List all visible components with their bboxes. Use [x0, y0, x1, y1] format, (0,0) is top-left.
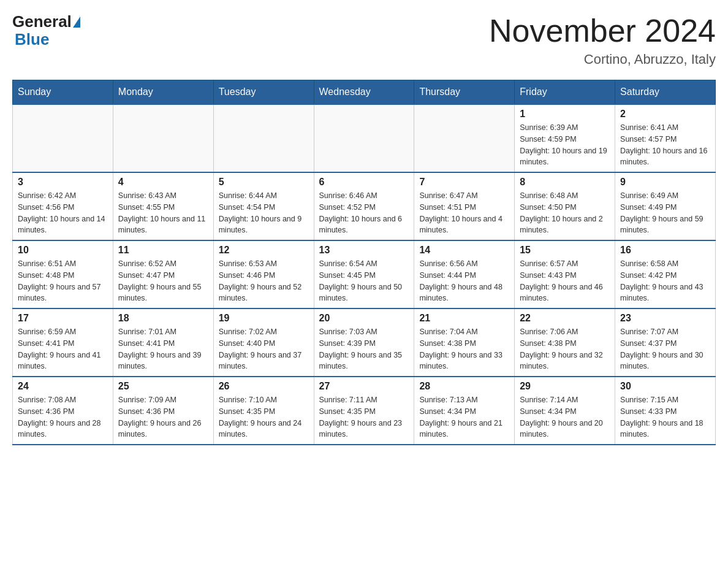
calendar-cell: 30Sunrise: 7:15 AMSunset: 4:33 PMDayligh… — [615, 377, 716, 445]
calendar-cell — [113, 104, 213, 172]
day-info: Sunrise: 7:03 AMSunset: 4:39 PMDaylight:… — [319, 326, 409, 372]
day-info: Sunrise: 7:15 AMSunset: 4:33 PMDaylight:… — [620, 394, 710, 440]
day-number: 8 — [520, 177, 610, 188]
page-header: General Blue November 2024 Cortino, Abru… — [12, 12, 716, 67]
logo-general-text: General — [12, 12, 72, 31]
calendar-cell: 1Sunrise: 6:39 AMSunset: 4:59 PMDaylight… — [515, 104, 615, 172]
calendar-cell: 20Sunrise: 7:03 AMSunset: 4:39 PMDayligh… — [314, 308, 414, 377]
day-number: 11 — [118, 245, 208, 256]
logo-triangle-icon — [73, 17, 80, 28]
day-number: 17 — [18, 313, 108, 324]
day-number: 26 — [219, 381, 309, 392]
day-number: 28 — [419, 381, 509, 392]
day-info: Sunrise: 6:47 AMSunset: 4:51 PMDaylight:… — [419, 190, 509, 236]
calendar-cell: 18Sunrise: 7:01 AMSunset: 4:41 PMDayligh… — [113, 308, 213, 377]
calendar-cell: 19Sunrise: 7:02 AMSunset: 4:40 PMDayligh… — [213, 308, 314, 377]
calendar-cell — [213, 104, 314, 172]
calendar-cell: 22Sunrise: 7:06 AMSunset: 4:38 PMDayligh… — [515, 308, 615, 377]
calendar-cell — [13, 104, 113, 172]
calendar-week-row: 1Sunrise: 6:39 AMSunset: 4:59 PMDaylight… — [13, 104, 716, 172]
title-section: November 2024 Cortino, Abruzzo, Italy — [489, 12, 716, 67]
calendar-week-row: 3Sunrise: 6:42 AMSunset: 4:56 PMDaylight… — [13, 172, 716, 240]
day-number: 21 — [419, 313, 509, 324]
day-info: Sunrise: 6:58 AMSunset: 4:42 PMDaylight:… — [620, 258, 710, 304]
day-info: Sunrise: 7:06 AMSunset: 4:38 PMDaylight:… — [520, 326, 610, 372]
weekday-header-sunday: Sunday — [13, 80, 113, 105]
calendar-cell: 10Sunrise: 6:51 AMSunset: 4:48 PMDayligh… — [13, 240, 113, 308]
calendar-cell: 27Sunrise: 7:11 AMSunset: 4:35 PMDayligh… — [314, 377, 414, 445]
day-info: Sunrise: 7:10 AMSunset: 4:35 PMDaylight:… — [219, 394, 309, 440]
day-info: Sunrise: 7:08 AMSunset: 4:36 PMDaylight:… — [18, 394, 108, 440]
day-number: 5 — [219, 177, 309, 188]
calendar-cell: 21Sunrise: 7:04 AMSunset: 4:38 PMDayligh… — [414, 308, 515, 377]
calendar-cell: 17Sunrise: 6:59 AMSunset: 4:41 PMDayligh… — [13, 308, 113, 377]
location-text: Cortino, Abruzzo, Italy — [489, 52, 716, 67]
calendar-cell: 28Sunrise: 7:13 AMSunset: 4:34 PMDayligh… — [414, 377, 515, 445]
day-number: 16 — [620, 245, 710, 256]
calendar-cell — [314, 104, 414, 172]
day-number: 12 — [219, 245, 309, 256]
day-number: 3 — [18, 177, 108, 188]
logo: General Blue — [12, 12, 80, 49]
weekday-header-wednesday: Wednesday — [314, 80, 414, 105]
day-info: Sunrise: 6:44 AMSunset: 4:54 PMDaylight:… — [219, 190, 309, 236]
day-number: 24 — [18, 381, 108, 392]
weekday-header-friday: Friday — [515, 80, 615, 105]
day-number: 29 — [520, 381, 610, 392]
day-info: Sunrise: 7:01 AMSunset: 4:41 PMDaylight:… — [118, 326, 208, 372]
day-info: Sunrise: 6:57 AMSunset: 4:43 PMDaylight:… — [520, 258, 610, 304]
day-info: Sunrise: 7:13 AMSunset: 4:34 PMDaylight:… — [419, 394, 509, 440]
day-number: 6 — [319, 177, 409, 188]
calendar-cell: 16Sunrise: 6:58 AMSunset: 4:42 PMDayligh… — [615, 240, 716, 308]
day-number: 7 — [419, 177, 509, 188]
weekday-header-row: SundayMondayTuesdayWednesdayThursdayFrid… — [13, 80, 716, 105]
day-info: Sunrise: 6:51 AMSunset: 4:48 PMDaylight:… — [18, 258, 108, 304]
day-info: Sunrise: 7:02 AMSunset: 4:40 PMDaylight:… — [219, 326, 309, 372]
day-number: 19 — [219, 313, 309, 324]
day-info: Sunrise: 7:07 AMSunset: 4:37 PMDaylight:… — [620, 326, 710, 372]
day-info: Sunrise: 6:41 AMSunset: 4:57 PMDaylight:… — [620, 122, 710, 168]
day-info: Sunrise: 6:49 AMSunset: 4:49 PMDaylight:… — [620, 190, 710, 236]
calendar-cell: 13Sunrise: 6:54 AMSunset: 4:45 PMDayligh… — [314, 240, 414, 308]
day-info: Sunrise: 7:04 AMSunset: 4:38 PMDaylight:… — [419, 326, 509, 372]
calendar-cell: 5Sunrise: 6:44 AMSunset: 4:54 PMDaylight… — [213, 172, 314, 240]
weekday-header-saturday: Saturday — [615, 80, 716, 105]
day-info: Sunrise: 7:14 AMSunset: 4:34 PMDaylight:… — [520, 394, 610, 440]
calendar-cell: 15Sunrise: 6:57 AMSunset: 4:43 PMDayligh… — [515, 240, 615, 308]
calendar-cell: 6Sunrise: 6:46 AMSunset: 4:52 PMDaylight… — [314, 172, 414, 240]
day-number: 23 — [620, 313, 710, 324]
calendar-cell: 12Sunrise: 6:53 AMSunset: 4:46 PMDayligh… — [213, 240, 314, 308]
calendar-cell — [414, 104, 515, 172]
day-info: Sunrise: 6:52 AMSunset: 4:47 PMDaylight:… — [118, 258, 208, 304]
day-number: 15 — [520, 245, 610, 256]
calendar-week-row: 10Sunrise: 6:51 AMSunset: 4:48 PMDayligh… — [13, 240, 716, 308]
day-number: 27 — [319, 381, 409, 392]
calendar-table: SundayMondayTuesdayWednesdayThursdayFrid… — [12, 80, 716, 445]
calendar-cell: 26Sunrise: 7:10 AMSunset: 4:35 PMDayligh… — [213, 377, 314, 445]
day-info: Sunrise: 7:11 AMSunset: 4:35 PMDaylight:… — [319, 394, 409, 440]
weekday-header-monday: Monday — [113, 80, 213, 105]
day-info: Sunrise: 6:54 AMSunset: 4:45 PMDaylight:… — [319, 258, 409, 304]
calendar-week-row: 24Sunrise: 7:08 AMSunset: 4:36 PMDayligh… — [13, 377, 716, 445]
day-info: Sunrise: 7:09 AMSunset: 4:36 PMDaylight:… — [118, 394, 208, 440]
day-number: 14 — [419, 245, 509, 256]
calendar-cell: 25Sunrise: 7:09 AMSunset: 4:36 PMDayligh… — [113, 377, 213, 445]
weekday-header-tuesday: Tuesday — [213, 80, 314, 105]
calendar-cell: 7Sunrise: 6:47 AMSunset: 4:51 PMDaylight… — [414, 172, 515, 240]
day-number: 2 — [620, 109, 710, 120]
day-info: Sunrise: 6:42 AMSunset: 4:56 PMDaylight:… — [18, 190, 108, 236]
day-number: 10 — [18, 245, 108, 256]
day-info: Sunrise: 6:39 AMSunset: 4:59 PMDaylight:… — [520, 122, 610, 168]
day-number: 4 — [118, 177, 208, 188]
calendar-cell: 23Sunrise: 7:07 AMSunset: 4:37 PMDayligh… — [615, 308, 716, 377]
day-number: 18 — [118, 313, 208, 324]
calendar-cell: 14Sunrise: 6:56 AMSunset: 4:44 PMDayligh… — [414, 240, 515, 308]
calendar-cell: 9Sunrise: 6:49 AMSunset: 4:49 PMDaylight… — [615, 172, 716, 240]
day-number: 25 — [118, 381, 208, 392]
calendar-cell: 2Sunrise: 6:41 AMSunset: 4:57 PMDaylight… — [615, 104, 716, 172]
day-number: 1 — [520, 109, 610, 120]
calendar-cell: 29Sunrise: 7:14 AMSunset: 4:34 PMDayligh… — [515, 377, 615, 445]
day-info: Sunrise: 6:56 AMSunset: 4:44 PMDaylight:… — [419, 258, 509, 304]
calendar-cell: 4Sunrise: 6:43 AMSunset: 4:55 PMDaylight… — [113, 172, 213, 240]
calendar-cell: 3Sunrise: 6:42 AMSunset: 4:56 PMDaylight… — [13, 172, 113, 240]
